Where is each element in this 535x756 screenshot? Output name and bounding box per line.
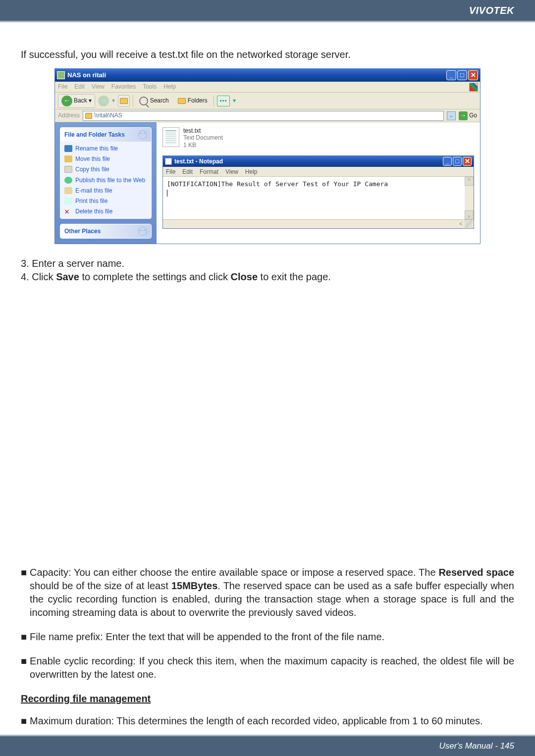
collapse-icon-2[interactable]: ⌃⌃ [138, 227, 147, 236]
resize-grip-icon[interactable] [465, 220, 473, 228]
page-header: VIVOTEK [0, 0, 535, 21]
explorer-titlebar[interactable]: NAS on ritali _ □ ✕ [55, 69, 480, 82]
section-heading: Recording file management [21, 692, 514, 706]
explorer-title-text: NAS on ritali [67, 71, 106, 80]
explorer-menubar[interactable]: File Edit View Favorites Tools Help [55, 82, 480, 93]
menu-tools[interactable]: Tools [143, 83, 157, 91]
back-button[interactable]: Back ▾ [58, 94, 95, 108]
up-button[interactable] [118, 95, 130, 107]
folders-icon [178, 98, 186, 104]
notepad-close-button[interactable]: ✕ [463, 157, 472, 166]
other-places-head[interactable]: Other Places ⌃⌃ [60, 224, 151, 238]
menu-help[interactable]: Help [163, 83, 176, 91]
menu-view[interactable]: View [92, 83, 105, 91]
folders-label: Folders [188, 97, 208, 104]
forward-button[interactable] [98, 96, 109, 106]
notepad-textarea[interactable]: [NOTIFICATION]The Result of Server Test … [163, 177, 474, 219]
task-copy[interactable]: Copy this file [64, 165, 147, 173]
email-icon [64, 187, 72, 194]
file-type: Text Document [183, 134, 223, 141]
brand-text: VIVOTEK [469, 5, 514, 16]
explorer-window: NAS on ritali _ □ ✕ File Edit View Favor… [54, 68, 481, 244]
maximize-button[interactable]: □ [457, 70, 467, 80]
task-move[interactable]: Move this file [64, 155, 147, 163]
go-button[interactable]: → Go [459, 111, 477, 120]
tasks-list: Rename this file Move this file Copy thi… [60, 142, 151, 218]
views-button[interactable] [217, 96, 230, 106]
address-dropdown[interactable]: ⌄ [447, 111, 456, 120]
np-menu-view[interactable]: View [225, 168, 238, 176]
tasks-panel-head[interactable]: File and Folder Tasks ⌃⌃ [60, 128, 151, 142]
task-delete[interactable]: Delete this file [64, 207, 147, 215]
notepad-title-text: test.txt - Notepad [174, 157, 223, 165]
notepad-app-icon [165, 158, 172, 165]
bullet-capacity: ■ Capacity: You can either choose the en… [21, 566, 514, 619]
bullet-icon: ■ [21, 714, 27, 728]
tasks-panel: File and Folder Tasks ⌃⌃ Rename this fil… [60, 127, 152, 219]
file-size: 1 KB [183, 142, 223, 149]
minimize-button[interactable]: _ [446, 70, 456, 80]
np-menu-help[interactable]: Help [245, 168, 258, 176]
back-arrow-icon [61, 96, 72, 106]
step-3: 3. Enter a server name. [21, 257, 514, 270]
menu-favorites[interactable]: Favorites [111, 83, 136, 91]
folders-button[interactable]: Folders [175, 96, 211, 105]
steps-block: 3. Enter a server name. 4. Click Save to… [21, 257, 514, 284]
text-cursor [167, 190, 167, 197]
notepad-minimize-button[interactable]: _ [443, 157, 452, 166]
print-icon [64, 198, 72, 204]
bullet-icon: ■ [21, 630, 27, 644]
address-input[interactable]: \\ritali\NAS [83, 111, 444, 121]
scroll-up-icon[interactable]: ⌃ [465, 177, 474, 186]
bullet-cyclic: ■ Enable cyclic recording: If you check … [21, 655, 514, 681]
notepad-content: [NOTIFICATION]The Result of Server Test … [167, 180, 388, 188]
other-places-panel: Other Places ⌃⌃ [60, 224, 152, 239]
explorer-main: test.txt Text Document 1 KB test.txt - N… [157, 122, 480, 244]
notepad-window: test.txt - Notepad _ □ ✕ File Edit Forma… [162, 155, 474, 229]
task-email[interactable]: E-mail this file [64, 187, 147, 195]
task-rename[interactable]: Rename this file [64, 145, 147, 152]
search-button[interactable]: Search [136, 96, 172, 106]
views-dropdown-icon[interactable]: ▾ [233, 97, 236, 104]
up-folder-icon [120, 98, 128, 104]
file-item[interactable]: test.txt Text Document 1 KB [162, 127, 474, 149]
notepad-maximize-button[interactable]: □ [453, 157, 462, 166]
bullet-prefix: ■ File name prefix: Enter the text that … [21, 630, 514, 644]
collapse-icon[interactable]: ⌃⌃ [138, 130, 147, 139]
np-menu-file[interactable]: File [166, 168, 175, 176]
rename-icon [64, 145, 72, 152]
back-label: Back [74, 97, 87, 104]
explorer-toolbar: Back ▾ ▾ Search Folders ▾ [55, 93, 480, 109]
intro-text: If successful, you will receive a test.t… [21, 48, 514, 61]
np-menu-edit[interactable]: Edit [182, 168, 193, 176]
explorer-app-icon [57, 71, 65, 79]
close-button[interactable]: ✕ [468, 70, 478, 80]
menu-file[interactable]: File [58, 83, 67, 91]
notepad-statusbar: < [163, 219, 474, 228]
bullet-icon: ■ [21, 566, 27, 619]
explorer-body: File and Folder Tasks ⌃⌃ Rename this fil… [55, 122, 480, 244]
windows-flag-icon [469, 83, 478, 92]
footer-text: User's Manual - 145 [439, 741, 514, 751]
menu-edit[interactable]: Edit [74, 83, 85, 91]
search-icon [139, 97, 148, 105]
address-label: Address [58, 111, 80, 119]
go-arrow-icon: → [459, 111, 468, 120]
bullet-list: ■ Capacity: You can either choose the en… [21, 566, 514, 752]
back-dropdown-icon[interactable]: ▾ [89, 97, 92, 104]
forward-dropdown-icon[interactable]: ▾ [112, 97, 115, 104]
toolbar-separator [133, 95, 133, 107]
bullet-maxdur: ■ Maximum duration: This determines the … [21, 714, 514, 728]
np-menu-format[interactable]: Format [200, 168, 218, 176]
step-4: 4. Click Save to complete the settings a… [21, 270, 514, 284]
scroll-down-icon[interactable]: ⌄ [465, 210, 474, 219]
notepad-titlebar[interactable]: test.txt - Notepad _ □ ✕ [163, 156, 474, 167]
other-places-text: Other Places [64, 227, 101, 235]
explorer-sidebar: File and Folder Tasks ⌃⌃ Rename this fil… [55, 122, 157, 244]
notepad-menubar[interactable]: File Edit Format View Help [163, 167, 474, 177]
toolbar-separator-2 [214, 95, 214, 107]
tasks-head-text: File and Folder Tasks [64, 131, 125, 139]
task-print[interactable]: Print this file [64, 197, 147, 205]
task-publish[interactable]: Publish this file to the Web [64, 176, 147, 184]
move-icon [64, 155, 72, 162]
